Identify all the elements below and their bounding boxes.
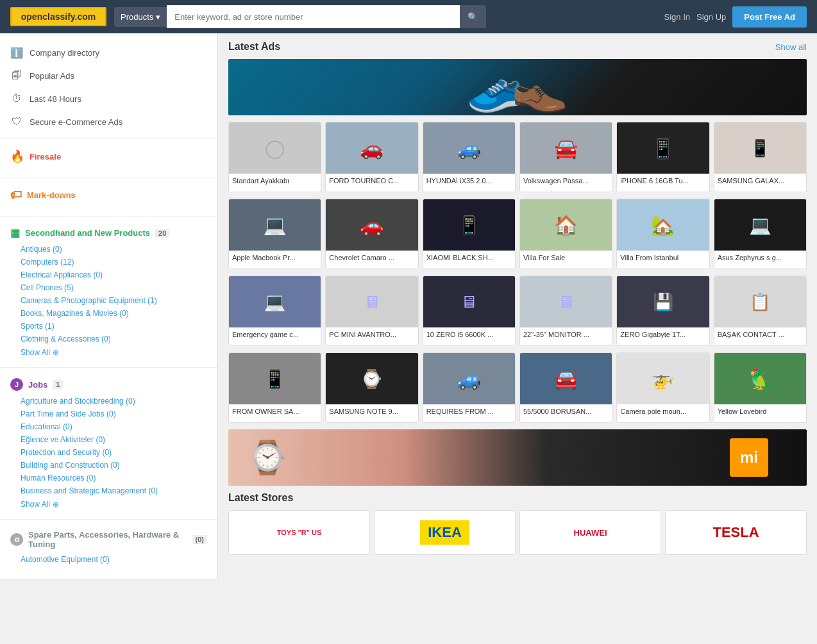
latest-stores-section: Latest Stores TOYS "R" US IKEA HUAWEI TE… [228,492,807,555]
spare-parts-items: Automotive Equipment (0) [10,553,207,566]
ad-card[interactable]: 🖥 22"-35" MONITOR ... [519,276,612,346]
phone-icon: 📱 [651,137,675,160]
sub-item-sports[interactable]: Sports (1) [21,320,207,333]
ad-card[interactable]: ⌚ SAMSUNG NOTE 9... [325,352,418,423]
sidebar-item-company-directory[interactable]: ℹ️ Company directory [0,41,217,64]
ad-title: iPHONE 6 16GB Tu... [617,174,709,192]
ad-card[interactable]: 📱 SAMSUNG GALAX... [714,122,807,192]
markdowns-title[interactable]: 🏷 Mark-downs [10,188,207,202]
ad-card[interactable]: 💻 Asus Zephyrus s g... [714,199,807,269]
ad-card[interactable]: 💻 Emergency game c... [228,276,321,346]
spare-parts-title[interactable]: ⚙ Spare Parts, Accessories, Hardware & T… [10,530,207,549]
sub-item-automotive[interactable]: Automotive Equipment (0) [21,553,207,566]
tag-icon: 🏷 [10,188,22,202]
post-free-ad-button[interactable]: Post Free Ad [732,6,807,28]
ad-card[interactable]: 🚁 Camera pole moun... [616,352,709,423]
plus-circle-icon: ⊕ [53,348,59,357]
ad-card[interactable]: 🏠 Villa For Sale [519,199,612,269]
spare-parts-icon: ⚙ [10,533,23,546]
sidebar-item-last-48[interactable]: ⏱ Last 48 Hours [0,87,217,110]
jobs-show-all[interactable]: Show All ⊕ [21,500,207,509]
mi-logo: mi [730,438,768,477]
header: openclassify.com Products ▾ 🔍 Sign In Si… [0,0,817,33]
sub-item-part-time[interactable]: Part Time and Side Jobs (0) [21,408,207,420]
ad-thumbnail: 🏠 [520,199,612,251]
secondhand-title[interactable]: ▦ Secondhand and New Products 20 [10,227,207,239]
fitness-band-icon: ⌚ [248,439,287,476]
sub-item-antiques[interactable]: Antiques (0) [21,243,207,256]
ad-card[interactable]: 📱 FROM OWNER SA... [228,352,321,423]
sub-item-business[interactable]: Business and Strategic Management (0) [21,484,207,497]
ad-card[interactable]: 🏡 Villa From Istanbul [616,199,709,269]
car-icon: 🚗 [360,214,383,236]
ad-title: Yellow Lovebird [714,404,806,422]
sub-item-human-resources[interactable]: Human Resources (0) [21,472,207,484]
store-card-tesla[interactable]: TESLA [665,510,807,555]
ad-card[interactable]: 🚗 FORD TOURNEO C... [325,122,418,192]
drone-icon: 🚁 [652,368,674,390]
huawei-store-logo: HUAWEI [574,528,607,538]
sub-item-building[interactable]: Building and Construction (0) [21,459,207,472]
sign-up-link[interactable]: Sign Up [696,12,726,22]
contact-icon: 📋 [750,292,770,312]
ad-title: ZERO Gigabyte 1T... [617,327,709,345]
ad-thumbnail: 📱 [229,353,321,404]
ad-thumbnail: 🖥 [423,276,515,327]
ad-thumbnail: 📱 [617,122,709,174]
sub-item-electrical[interactable]: Electrical Appliances (0) [21,268,207,281]
search-bar: Products ▾ 🔍 [114,5,486,28]
ad-card[interactable]: 🚙 REQUIRES FROM ... [423,352,516,423]
sub-item-protection[interactable]: Protection and Security (0) [21,446,207,459]
ad-card[interactable]: 🖥 10 ZERO i5 6600K ... [423,276,516,346]
ad-card[interactable]: 💾 ZERO Gigabyte 1T... [616,276,709,346]
search-input[interactable] [167,5,460,28]
ad-title: 22"-35" MONITOR ... [520,327,612,345]
ad-card[interactable]: 💻 Apple Macbook Pr... [228,199,321,269]
sub-item-books[interactable]: Books, Magazines & Movies (0) [21,307,207,320]
store-card-ikea[interactable]: IKEA [374,510,516,555]
sidebar-label: Popular Ads [29,71,74,81]
store-card-huawei[interactable]: HUAWEI [519,510,661,555]
show-all-link[interactable]: Show all [775,42,807,52]
jobs-title[interactable]: J Jobs 1 [10,378,207,391]
spare-parts-count: (0) [192,535,207,544]
sidebar-item-popular-ads[interactable]: 🗐 Popular Ads [0,64,217,87]
phone-icon: 📱 [750,138,770,158]
cpu-icon: 🖥 [460,292,477,312]
ad-card[interactable]: 🚗 Chevrolet Camaro ... [325,199,418,269]
ad-card[interactable]: 🦜 Yellow Lovebird [714,352,807,423]
sub-item-cameras[interactable]: Cameras & Photographic Equipment (1) [21,294,207,307]
site-logo[interactable]: openclassify.com [10,7,106,26]
ad-card[interactable]: 📱 XİAOMİ BLACK SH... [423,199,516,269]
search-button[interactable]: 🔍 [460,5,486,28]
ad-thumbnail: 🖥 [326,276,417,327]
ad-title: BAŞAK CONTACT ... [714,327,806,345]
sign-in-link[interactable]: Sign In [664,12,690,22]
sidebar-item-secure-ecommerce[interactable]: 🛡 Secure e-Commerce Ads [0,110,217,133]
car-icon: 🚘 [554,368,578,390]
latest-ads-title: Latest Ads [228,41,280,53]
ad-thumbnail: 💾 [617,276,709,327]
ad-card[interactable]: 🚙 HYUNDAİ iX35 2.0... [423,122,516,192]
sub-item-educational[interactable]: Educational (0) [21,420,207,433]
ad-thumbnail: ⌚ [326,353,417,404]
sub-item-agriculture[interactable]: Agriculture and Stockbreeding (0) [21,395,207,408]
ad-thumbnail: 🚘 [520,353,612,404]
product-dropdown[interactable]: Products ▾ [114,7,167,27]
ad-card[interactable]: ◯ Standart Ayakkabı [228,122,321,192]
car-icon: 🚗 [360,137,383,160]
secondhand-show-all[interactable]: Show All ⊕ [21,348,207,357]
ad-card[interactable]: 🚘 55/5000 BORUSAN... [519,352,612,423]
store-card-toys[interactable]: TOYS "R" US [228,510,370,555]
sub-item-cell-phones[interactable]: Cell Phones (5) [21,281,207,294]
ad-card[interactable]: 📋 BAŞAK CONTACT ... [714,276,807,346]
ad-thumbnail: 💻 [229,276,321,327]
sub-item-computers[interactable]: Computers (12) [21,256,207,268]
ad-card[interactable]: 📱 iPHONE 6 16GB Tu... [616,122,709,192]
sub-item-eglence[interactable]: Eğlence ve Aktiviteler (0) [21,433,207,446]
sub-item-clothing[interactable]: Clothing & Accessories (0) [21,333,207,345]
ad-card[interactable]: 🖥 PC MİNİ AVANTRO... [325,276,418,346]
popular-icon: 🗐 [10,69,23,82]
ad-card[interactable]: 🚘 Volkswagen Passa... [519,122,612,192]
firesale-title[interactable]: 🔥 Firesale [10,149,207,163]
